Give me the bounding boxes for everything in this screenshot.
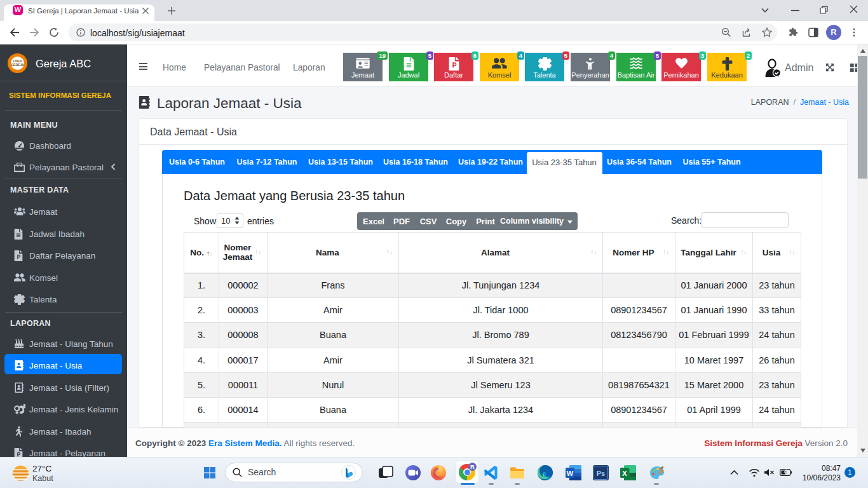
svg-text:Ps: Ps (597, 470, 605, 477)
svg-text:X: X (622, 470, 627, 477)
svg-text:W: W (567, 470, 574, 477)
